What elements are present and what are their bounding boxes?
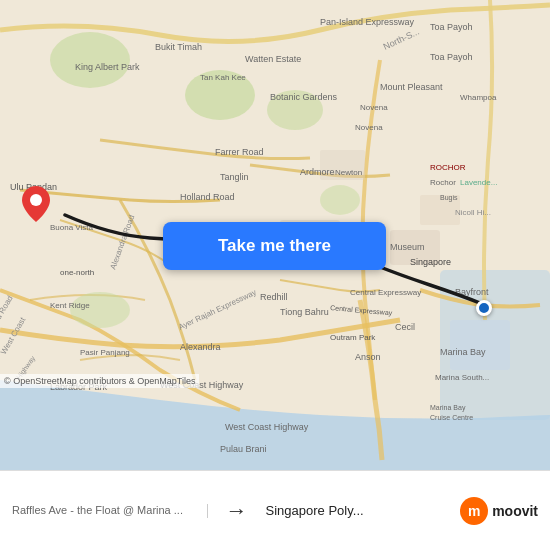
footer-to-value: Singapore Poly... [266, 503, 453, 518]
svg-point-6 [70, 292, 130, 328]
svg-text:Buona Vista: Buona Vista [50, 223, 94, 232]
svg-text:one-north: one-north [60, 268, 94, 277]
svg-text:Museum: Museum [390, 242, 425, 252]
svg-text:Ardmore: Ardmore [300, 167, 335, 177]
svg-text:Whampoa: Whampoa [460, 93, 497, 102]
svg-text:Outram Park: Outram Park [330, 333, 376, 342]
svg-text:Bayfront: Bayfront [455, 287, 489, 297]
svg-text:Anson: Anson [355, 352, 381, 362]
footer-arrow-icon: → [216, 498, 258, 524]
svg-text:Marina Bay: Marina Bay [430, 404, 466, 412]
svg-point-65 [30, 194, 42, 206]
svg-rect-11 [450, 320, 510, 370]
svg-text:Novena: Novena [355, 123, 383, 132]
svg-text:Toa Payoh: Toa Payoh [430, 52, 473, 62]
svg-text:Mount Pleasant: Mount Pleasant [380, 82, 443, 92]
svg-text:Watten Estate: Watten Estate [245, 54, 301, 64]
svg-text:Marina Bay: Marina Bay [440, 347, 486, 357]
svg-text:Holland Road: Holland Road [180, 192, 235, 202]
svg-text:Tiong Bahru: Tiong Bahru [280, 307, 329, 317]
moovit-branding: m moovit [460, 497, 538, 525]
take-me-there-button[interactable]: Take me there [163, 222, 386, 270]
svg-text:Lavende...: Lavende... [460, 178, 497, 187]
svg-text:Rochor: Rochor [430, 178, 456, 187]
svg-text:Redhill: Redhill [260, 292, 288, 302]
svg-text:Novena: Novena [360, 103, 388, 112]
svg-text:Pasir Panjang: Pasir Panjang [80, 348, 130, 357]
svg-text:Alexandra: Alexandra [180, 342, 221, 352]
svg-point-5 [320, 185, 360, 215]
moovit-logo-icon: m [460, 497, 488, 525]
svg-text:Marina South...: Marina South... [435, 373, 489, 382]
svg-text:King Albert Park: King Albert Park [75, 62, 140, 72]
svg-text:Cruise Centre: Cruise Centre [430, 414, 473, 421]
footer: Raffles Ave - the Float @ Marina ... → S… [0, 470, 550, 550]
footer-destination: Singapore Poly... [258, 503, 453, 518]
svg-text:Kent Ridge: Kent Ridge [50, 301, 90, 310]
svg-text:Toa Payoh: Toa Payoh [430, 22, 473, 32]
footer-from-label: Raffles Ave - the Float @ Marina ... [12, 504, 199, 516]
svg-text:Newton: Newton [335, 168, 362, 177]
moovit-logo-text: moovit [492, 503, 538, 519]
svg-text:Cecil: Cecil [395, 322, 415, 332]
svg-text:Nicoll Hi...: Nicoll Hi... [455, 208, 491, 217]
svg-text:Tan Kah Kee: Tan Kah Kee [200, 73, 246, 82]
svg-text:Central Expressway: Central Expressway [350, 288, 421, 297]
destination-pin [22, 186, 50, 222]
svg-text:Pulau Brani: Pulau Brani [220, 444, 267, 454]
origin-dot [476, 300, 492, 316]
map-attribution: © OpenStreetMap contributors & OpenMapTi… [0, 374, 199, 388]
svg-text:West Coast Highway: West Coast Highway [225, 422, 309, 432]
svg-text:Singapore: Singapore [410, 257, 451, 267]
svg-text:Tanglin: Tanglin [220, 172, 249, 182]
svg-text:ROCHOR: ROCHOR [430, 163, 466, 172]
map-container: King Albert Park Bukit Timah Watten Esta… [0, 0, 550, 470]
svg-text:Bukit Timah: Bukit Timah [155, 42, 202, 52]
svg-text:Botanic Gardens: Botanic Gardens [270, 92, 338, 102]
footer-origin: Raffles Ave - the Float @ Marina ... [12, 504, 208, 518]
svg-point-4 [50, 32, 130, 88]
svg-text:Pan-Island Expressway: Pan-Island Expressway [320, 17, 415, 27]
svg-text:Bugis: Bugis [440, 194, 458, 202]
svg-text:Farrer Road: Farrer Road [215, 147, 264, 157]
